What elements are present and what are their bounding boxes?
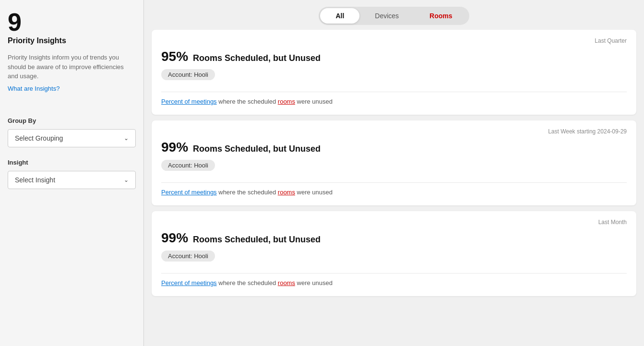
card-badge-1: Account: Hooli (161, 69, 215, 80)
meetings-highlight-3: Percent of meetings (161, 279, 217, 286)
card-timestamp-2: Last Week starting 2024-09-29 (161, 128, 627, 135)
card-main-row-1: 95% Rooms Scheduled, but Unused (161, 49, 627, 64)
tab-group: All Devices Rooms (319, 7, 469, 25)
select-insight-dropdown[interactable]: Select Insight ⌄ (8, 171, 136, 189)
meetings-highlight-1: Percent of meetings (161, 98, 217, 105)
main-content: All Devices Rooms Last Quarter 95% Rooms… (144, 0, 644, 346)
rooms-highlight-1: rooms (278, 98, 295, 105)
card-divider-3 (161, 273, 627, 274)
insight-card-3: Last Month 99% Rooms Scheduled, but Unus… (152, 211, 636, 296)
sidebar: 9 Priority Insights Priority Insights in… (0, 0, 144, 346)
sidebar-title: Priority Insights (8, 36, 136, 45)
insight-count: 9 (8, 10, 136, 35)
card-badge-3: Account: Hooli (161, 251, 215, 262)
card-description-2: Percent of meetings where the scheduled … (161, 189, 627, 196)
tab-rooms[interactable]: Rooms (414, 8, 467, 24)
card-badge-2: Account: Hooli (161, 160, 215, 171)
rooms-highlight-2: rooms (278, 189, 295, 196)
group-by-label: Group By (8, 117, 136, 124)
chevron-down-icon-2: ⌄ (124, 177, 129, 183)
cards-area: Last Quarter 95% Rooms Scheduled, but Un… (144, 30, 644, 346)
card-timestamp-1: Last Quarter (161, 37, 627, 44)
select-grouping-text: Select Grouping (15, 134, 63, 142)
card-title-2: Rooms Scheduled, but Unused (193, 144, 321, 154)
insight-label: Insight (8, 159, 136, 166)
card-title-3: Rooms Scheduled, but Unused (193, 235, 321, 245)
tab-bar: All Devices Rooms (144, 0, 644, 30)
what-are-insights-link[interactable]: What are Insights? (8, 85, 136, 92)
chevron-down-icon: ⌄ (124, 135, 129, 142)
card-main-row-3: 99% Rooms Scheduled, but Unused (161, 230, 627, 246)
meetings-highlight-2: Percent of meetings (161, 189, 217, 196)
select-grouping-dropdown[interactable]: Select Grouping ⌄ (8, 129, 136, 147)
tab-all[interactable]: All (320, 8, 359, 24)
rooms-highlight-3: rooms (278, 279, 295, 286)
sidebar-description: Priority Insights inform you of trends y… (8, 53, 136, 81)
card-percentage-3: 99% (161, 230, 188, 246)
insight-card-1: Last Quarter 95% Rooms Scheduled, but Un… (152, 30, 636, 115)
card-divider-1 (161, 92, 627, 92)
card-title-1: Rooms Scheduled, but Unused (193, 53, 321, 63)
card-percentage-2: 99% (161, 140, 188, 155)
insight-card-2: Last Week starting 2024-09-29 99% Rooms … (152, 120, 636, 205)
card-main-row-2: 99% Rooms Scheduled, but Unused (161, 140, 627, 155)
card-percentage-1: 95% (161, 49, 188, 64)
card-timestamp-3: Last Month (161, 219, 627, 226)
card-divider-2 (161, 182, 627, 183)
tab-devices[interactable]: Devices (359, 8, 414, 24)
select-insight-text: Select Insight (15, 176, 55, 184)
card-description-1: Percent of meetings where the scheduled … (161, 98, 627, 105)
card-description-3: Percent of meetings where the scheduled … (161, 279, 627, 286)
